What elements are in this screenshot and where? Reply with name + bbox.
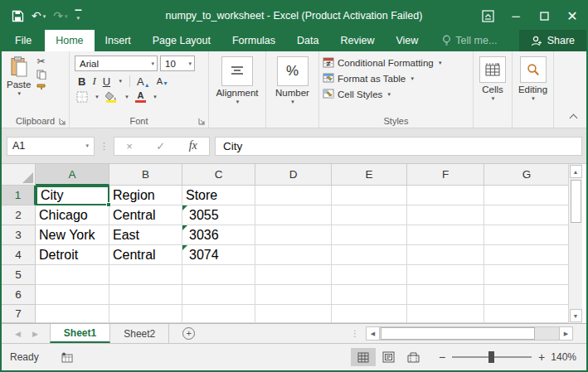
cell-B4[interactable]: Central (109, 245, 182, 265)
font-size-combo[interactable]: 10 ▾ (160, 56, 195, 71)
row-header-4[interactable]: 4 (2, 245, 36, 265)
font-name-combo[interactable]: Arial ▾ (75, 56, 158, 71)
scroll-up-icon[interactable]: ▲ (570, 165, 582, 178)
zoom-slider-thumb[interactable] (488, 351, 494, 363)
share-button[interactable]: Share (519, 30, 586, 51)
tab-view[interactable]: View (385, 30, 429, 51)
column-header-G[interactable]: G (484, 164, 569, 186)
new-sheet-button[interactable]: + (182, 324, 195, 343)
copy-icon[interactable] (36, 70, 47, 80)
cell-A3[interactable]: New York (36, 225, 109, 245)
editing-button[interactable]: Editing ▼ (513, 51, 553, 101)
cell-B5[interactable] (109, 265, 182, 285)
cell-A2[interactable]: Chicago (36, 205, 109, 225)
name-box[interactable]: A1 ▾ (7, 137, 95, 156)
cell-A6[interactable] (36, 285, 109, 305)
close-button[interactable]: ✕ (558, 2, 586, 30)
save-icon[interactable] (12, 10, 24, 22)
page-layout-view-button[interactable] (376, 348, 401, 366)
row-header-3[interactable]: 3 (2, 225, 36, 245)
scroll-left-icon[interactable]: ◀ (366, 326, 380, 341)
cell-E5[interactable] (332, 265, 407, 285)
fill-color-icon[interactable] (105, 91, 118, 103)
cell-F1[interactable] (407, 186, 484, 205)
row-header-6[interactable]: 6 (2, 285, 36, 305)
vertical-scroll-thumb[interactable] (571, 180, 581, 223)
horizontal-scroll-thumb[interactable] (381, 327, 535, 340)
column-header-B[interactable]: B (109, 164, 182, 186)
cancel-icon[interactable]: × (126, 140, 133, 152)
next-sheet-icon[interactable]: ▶ (32, 330, 38, 338)
cell-A1[interactable]: City (36, 186, 109, 205)
increase-font-size-button[interactable]: A▲ (137, 75, 150, 88)
fill-handle[interactable] (106, 202, 111, 207)
paste-dropdown-caret[interactable]: ▼ (17, 91, 22, 96)
collapse-ribbon-icon[interactable] (570, 114, 578, 123)
cut-icon[interactable]: ✂ (36, 56, 47, 67)
cell-D6[interactable] (255, 285, 332, 305)
cell-F7[interactable] (407, 305, 484, 323)
maximize-button[interactable] (530, 2, 558, 30)
name-box-caret[interactable]: ▾ (85, 143, 89, 149)
zoom-slider-track[interactable] (452, 356, 532, 358)
formula-input[interactable]: City (215, 137, 582, 156)
cell-C2[interactable]: 3055 (182, 205, 255, 225)
cell-E2[interactable] (332, 205, 407, 225)
bold-button[interactable]: B (78, 75, 85, 88)
zoom-in-button[interactable]: + (535, 350, 548, 364)
number-format-button[interactable]: % Number ▼ (266, 51, 318, 104)
cell-A4[interactable]: Detroit (36, 245, 109, 265)
cell-F2[interactable] (407, 205, 484, 225)
cell-A5[interactable] (36, 265, 109, 285)
paste-button[interactable]: Paste ▼ (7, 51, 31, 96)
scroll-down-icon[interactable]: ▼ (570, 309, 582, 322)
insert-function-icon[interactable]: fx (189, 139, 197, 152)
cell-G7[interactable] (484, 305, 569, 323)
borders-caret[interactable]: ▼ (95, 94, 100, 99)
cell-C3[interactable]: 3036 (182, 225, 255, 245)
column-header-E[interactable]: E (332, 164, 407, 186)
cell-G1[interactable] (484, 186, 569, 205)
format-as-table-button[interactable]: Format as Table ▼ (319, 70, 473, 86)
conditional-formatting-button[interactable]: Conditional Formatting ▼ (319, 55, 473, 70)
cell-F4[interactable] (407, 245, 484, 265)
cell-G4[interactable] (484, 245, 569, 265)
select-all-button[interactable] (2, 164, 36, 186)
clipboard-dialog-launcher-icon[interactable] (59, 118, 66, 125)
underline-caret[interactable]: ▼ (118, 79, 123, 84)
cell-E3[interactable] (332, 225, 407, 245)
tell-me-box[interactable]: Tell me... (442, 30, 497, 51)
cell-F6[interactable] (407, 285, 484, 305)
cells-button[interactable]: Cells ▼ (474, 51, 512, 101)
tab-insert[interactable]: Insert (95, 30, 142, 51)
cell-E7[interactable] (332, 305, 407, 323)
column-header-C[interactable]: C (182, 164, 255, 186)
normal-view-button[interactable] (351, 348, 376, 366)
cell-D4[interactable] (255, 245, 332, 265)
cell-B7[interactable] (109, 305, 182, 323)
cell-B6[interactable] (109, 285, 182, 305)
cell-styles-button[interactable]: Cell Styles ▼ (319, 86, 473, 102)
cell-B3[interactable]: East (109, 225, 182, 245)
ribbon-display-options-icon[interactable] (474, 2, 502, 30)
tab-review[interactable]: Review (329, 30, 385, 51)
column-header-A[interactable]: A (36, 164, 109, 186)
underline-button[interactable]: U (103, 75, 110, 88)
cell-D1[interactable] (255, 186, 332, 205)
cell-D2[interactable] (255, 205, 332, 225)
scroll-right-icon[interactable]: ▶ (559, 326, 573, 341)
zoom-out-button[interactable]: − (435, 350, 449, 364)
cell-E6[interactable] (332, 285, 407, 305)
tab-file[interactable]: File (2, 30, 45, 51)
cell-G6[interactable] (484, 285, 569, 305)
cell-E1[interactable] (332, 186, 407, 205)
font-color-icon[interactable]: A (135, 91, 146, 103)
column-header-F[interactable]: F (407, 164, 484, 186)
horizontal-scroll-track[interactable] (380, 326, 559, 341)
column-header-D[interactable]: D (255, 164, 332, 186)
row-header-2[interactable]: 2 (2, 205, 36, 225)
page-break-preview-button[interactable] (401, 348, 425, 366)
tab-home[interactable]: Home (45, 30, 94, 51)
cell-A7[interactable] (36, 305, 109, 323)
font-color-caret[interactable]: ▼ (153, 94, 158, 99)
